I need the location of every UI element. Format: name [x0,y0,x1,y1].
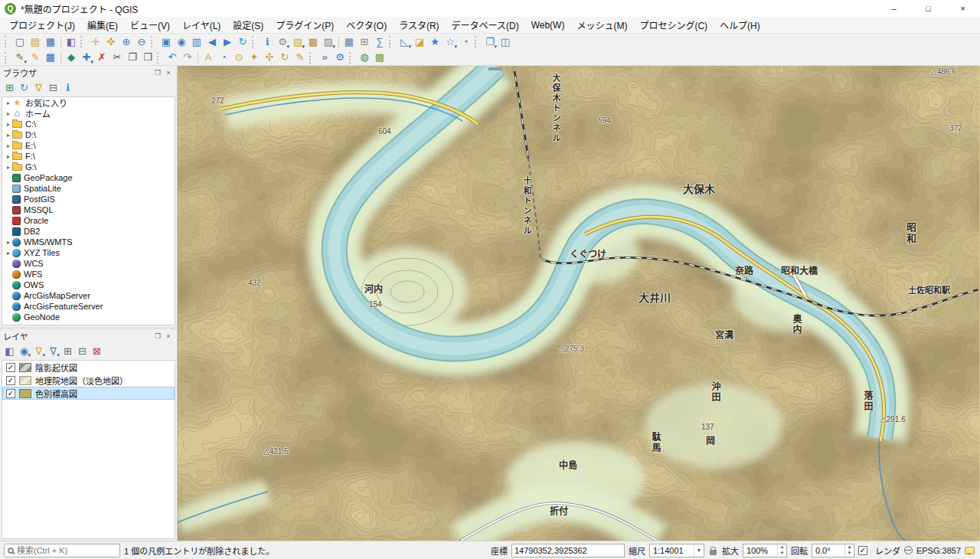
new-project-button[interactable]: ▢ [12,34,28,50]
cut-features-button[interactable]: ✂ [109,50,125,65]
highlight-labels-button[interactable]: ✦ [247,50,262,65]
rotate-label-button[interactable]: ↻ [277,50,292,65]
map-themes-button[interactable]: ◉▾ [17,344,31,358]
zoom-to-selection-button[interactable]: ◉ [174,34,189,50]
browser-item[interactable]: ▸D:\ [2,129,175,140]
browser-item[interactable]: SpatiaLite [2,183,175,194]
filter-by-expression-button[interactable]: ∇▾ [46,344,60,358]
menu-item[interactable]: ラスタ(R) [393,17,445,33]
map-canvas[interactable]: 大保木大保木トンネル十和トンネルくぐつけ昭和奈路昭和大橋河内大井川土佐昭和駅奥内… [178,66,980,541]
zoom-full-button[interactable]: ▣ [158,34,174,50]
scale-dropdown-icon[interactable]: ▾ [694,544,704,557]
zoom-next-button[interactable]: ▶ [220,34,235,50]
browser-properties-button[interactable]: ℹ [60,80,75,95]
coordinate-input[interactable] [511,544,625,557]
menu-item[interactable]: レイヤ(L) [176,17,227,33]
new-map-view-button[interactable]: ❐▾ [482,34,498,50]
crs-text[interactable]: EPSG:3857 [916,546,961,555]
expand-arrow-icon[interactable]: ▸ [5,142,12,149]
browser-item[interactable]: PostGIS [2,194,175,204]
browser-item[interactable]: ▸XYZ Tiles [2,247,175,258]
change-label-button[interactable]: ✎ [292,50,308,65]
browser-item[interactable]: OWS [2,280,175,290]
browser-float-button[interactable]: ❐ [152,67,163,77]
select-features-button[interactable]: ▧▾ [290,34,305,50]
menu-item[interactable]: ベクタ(O) [340,17,393,33]
identify-features-button[interactable]: ℹ [260,34,275,50]
toolbar-grip[interactable] [309,52,315,64]
magnifier-spin-buttons[interactable]: ▲▼ [777,544,786,557]
browser-item[interactable]: ▸★お気に入り [2,97,175,108]
temporal-controller-button[interactable]: ◔ [458,34,473,50]
measure-button[interactable]: ◺▾ [397,34,412,50]
expand-arrow-icon[interactable]: ▸ [5,250,12,257]
browser-close-button[interactable]: × [163,67,174,77]
toolbar-grip[interactable] [80,36,86,47]
browser-item[interactable]: ▸E:\ [2,140,175,151]
toolbar-grip[interactable] [475,36,480,47]
menu-item[interactable]: ヘルプ(H) [714,17,766,33]
browser-item[interactable]: DB2 [2,226,175,237]
undo-button[interactable]: ↶ [165,50,180,65]
new-bookmark-button[interactable]: ★ [427,34,443,50]
toolbar-grip[interactable] [349,52,354,64]
layer-visibility-checkbox[interactable]: ✓ [6,389,15,398]
metasearch-button[interactable]: ◍ [357,50,372,65]
scale-combo[interactable]: 1:14001 ▾ [649,544,704,557]
zoom-out-button[interactable]: ⊖ [134,34,149,50]
vertex-tool-button[interactable]: ✚▾ [79,50,94,65]
layer-diagram-button[interactable]: ◔ [216,50,231,65]
expand-arrow-icon[interactable]: ▸ [5,100,12,106]
layer-visibility-checkbox[interactable]: ✓ [6,363,15,372]
locator-search[interactable] [4,544,120,557]
expand-arrow-icon[interactable]: ▸ [5,164,12,171]
menu-item[interactable]: Web(W) [525,18,571,32]
browser-item[interactable]: GeoPackage [2,172,175,183]
minimize-button[interactable]: – [877,0,911,17]
deselect-features-button[interactable]: ▨▾ [321,34,336,50]
browser-item[interactable]: ArcGisFeatureServer [2,301,175,312]
current-edits-button[interactable]: ✎▾ [12,50,28,65]
menu-item[interactable]: メッシュ(M) [570,17,633,33]
expand-arrow-icon[interactable]: ▸ [5,153,12,160]
layer-item[interactable]: ✓色別標高図 [2,387,175,400]
show-bookmarks-button[interactable]: ☆▾ [443,34,458,50]
pan-to-selection-button[interactable]: ✜ [103,34,119,50]
refresh-map-button[interactable]: ↻ [235,34,250,50]
toolbar-grip[interactable] [389,36,394,47]
add-feature-button[interactable]: ◆ [64,50,79,65]
menu-item[interactable]: 設定(S) [227,17,270,33]
browser-item[interactable]: ▸C:\ [2,119,175,129]
map-tips-button[interactable]: ◪ [412,34,427,50]
redo-button[interactable]: ↷ [180,50,195,65]
field-calculator-button[interactable]: ⊞ [357,34,372,50]
browser-item[interactable]: ▸⌂ホーム [2,108,175,119]
osgeo-tools-button[interactable]: ▩ [372,50,387,65]
toggle-editing-button[interactable]: ✎ [28,50,43,65]
open-project-button[interactable]: ▤ [28,34,43,50]
menu-item[interactable]: 編集(E) [81,17,124,33]
browser-item[interactable]: GeoNode [2,312,175,322]
rotation-spinbox[interactable]: 0.0° ▲▼ [812,544,854,557]
filter-browser-button[interactable]: ∇ [31,80,46,95]
save-project-button[interactable]: ▦ [43,34,58,50]
browser-item[interactable]: WCS [2,258,175,269]
collapse-all-layers-button[interactable]: ⊟ [75,344,90,358]
pin-labels-button[interactable]: ⊙ [231,50,247,65]
scale-lock-icon[interactable] [710,550,717,555]
menu-item[interactable]: データベース(D) [446,17,525,33]
expand-arrow-icon[interactable]: ▸ [5,132,12,139]
render-checkbox[interactable]: ✓ [858,546,867,555]
expand-arrow-icon[interactable]: ▸ [5,239,12,246]
browser-item[interactable]: ▸G:\ [2,162,175,172]
statistics-button[interactable]: ∑ [372,34,387,50]
paste-features-button[interactable]: ❒ [140,50,155,65]
toolbar-grip[interactable] [151,36,156,47]
browser-item[interactable]: WFS [2,269,175,280]
expand-arrow-icon[interactable]: ▸ [5,121,12,128]
layer-item[interactable]: ✓陰影起伏図 [2,361,175,374]
toolbar-grip[interactable] [252,36,257,47]
layers-float-button[interactable]: ❐ [152,331,163,341]
messages-log-icon[interactable] [965,547,975,554]
search-input[interactable] [17,546,107,555]
